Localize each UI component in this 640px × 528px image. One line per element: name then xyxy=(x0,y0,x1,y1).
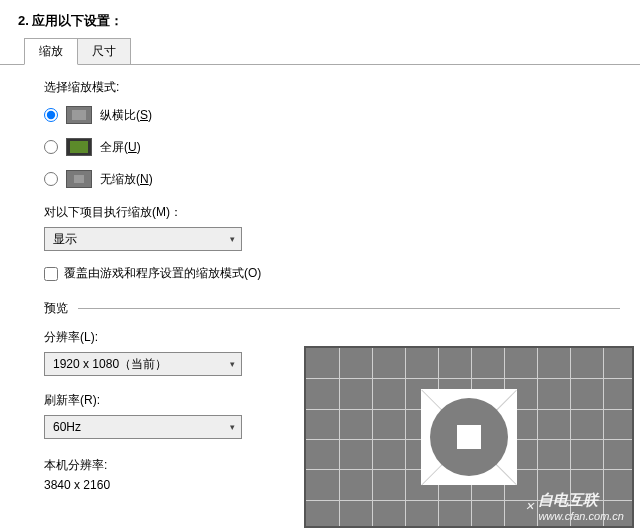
preview-label: 预览 xyxy=(44,300,68,317)
refresh-rate-value: 60Hz xyxy=(53,420,81,434)
perform-scaling-on-label: 对以下项目执行缩放(M)： xyxy=(44,204,620,221)
scaling-mode-label: 选择缩放模式: xyxy=(44,79,620,96)
aspect-ratio-icon xyxy=(66,106,92,124)
no-scaling-icon xyxy=(66,170,92,188)
watermark: ✕ 自电互联 www.cfan.com.cn xyxy=(525,491,624,522)
page-title: 2. 应用以下设置： xyxy=(0,0,640,38)
fullscreen-icon xyxy=(66,138,92,156)
radio-fullscreen[interactable]: 全屏(U) xyxy=(44,138,620,156)
chevron-down-icon: ▾ xyxy=(230,359,235,369)
watermark-logo-icon: ✕ xyxy=(525,500,534,513)
radio-no-scaling[interactable]: 无缩放(N) xyxy=(44,170,620,188)
chevron-down-icon: ▾ xyxy=(230,422,235,432)
watermark-main: 自电互联 xyxy=(538,491,598,508)
native-resolution-value: 3840 x 2160 xyxy=(44,478,284,492)
tab-scaling[interactable]: 缩放 xyxy=(24,38,78,65)
override-checkbox-label: 覆盖由游戏和程序设置的缩放模式(O) xyxy=(64,265,261,282)
divider xyxy=(78,308,620,309)
resolution-select[interactable]: 1920 x 1080（当前） ▾ xyxy=(44,352,242,376)
radio-no-scaling-label: 无缩放(N) xyxy=(100,171,153,188)
preview-section-header: 预览 xyxy=(44,300,620,317)
chevron-down-icon: ▾ xyxy=(230,234,235,244)
perform-scaling-on-value: 显示 xyxy=(53,231,77,248)
watermark-sub: www.cfan.com.cn xyxy=(538,510,624,522)
override-checkbox[interactable] xyxy=(44,267,58,281)
radio-no-scaling-input[interactable] xyxy=(44,172,58,186)
radio-fullscreen-label: 全屏(U) xyxy=(100,139,141,156)
native-resolution-label: 本机分辨率: xyxy=(44,457,284,474)
resolution-label: 分辨率(L): xyxy=(44,329,284,346)
radio-aspect-ratio-input[interactable] xyxy=(44,108,58,122)
refresh-rate-select[interactable]: 60Hz ▾ xyxy=(44,415,242,439)
radio-aspect-ratio[interactable]: 纵横比(S) xyxy=(44,106,620,124)
resolution-value: 1920 x 1080（当前） xyxy=(53,356,167,373)
tab-bar: 缩放 尺寸 xyxy=(24,38,640,65)
radio-fullscreen-input[interactable] xyxy=(44,140,58,154)
refresh-rate-label: 刷新率(R): xyxy=(44,392,284,409)
perform-scaling-on-select[interactable]: 显示 ▾ xyxy=(44,227,242,251)
radio-aspect-ratio-label: 纵横比(S) xyxy=(100,107,152,124)
override-checkbox-row[interactable]: 覆盖由游戏和程序设置的缩放模式(O) xyxy=(44,265,620,282)
preview-image: ✕ 自电互联 www.cfan.com.cn xyxy=(304,346,634,528)
tab-size[interactable]: 尺寸 xyxy=(77,38,131,65)
